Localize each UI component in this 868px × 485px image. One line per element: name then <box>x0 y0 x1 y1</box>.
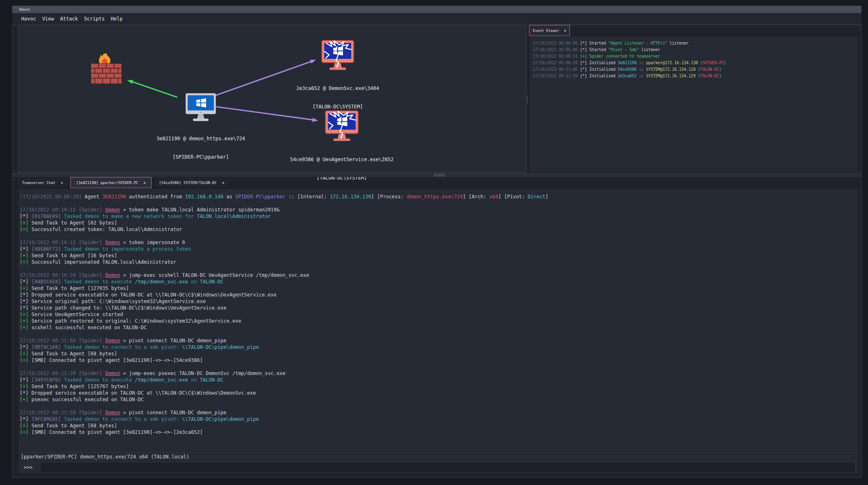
window-titlebar[interactable]: Havoc <box>12 6 861 13</box>
agent-label: 3e821190 @ demon_https.exe\724 [SPIDER-P… <box>157 123 245 173</box>
splitter-handle-dots <box>434 174 445 176</box>
close-icon[interactable]: ✕ <box>222 180 224 185</box>
menu-attack[interactable]: Attack <box>60 16 78 22</box>
event-line: 17/10/2022 00:06:11 [+] 5pider connected… <box>533 53 858 60</box>
console-line: [*] Dropped service executable on TALON-… <box>20 292 858 298</box>
console-tab-bar: Teamserver Chat✕[3e821190] pparker/SPIDE… <box>16 177 230 188</box>
console-line: [+] Service path restored to original: C… <box>20 318 858 324</box>
console-line <box>20 265 858 272</box>
menu-bar: HavocViewAttackScriptsHelp <box>12 13 861 25</box>
console-line <box>20 403 858 409</box>
console-line: 17/10/2022 00:10:15 [5pider] Demon » tok… <box>20 239 858 246</box>
console-line: [+] Service UevAgentService started <box>20 311 858 318</box>
console-line: [+] Send Task to Agent [16 bytes] <box>20 252 858 259</box>
console-line: [+] Send Task to Agent [62 bytes] <box>20 220 858 226</box>
console-line: [+] Successful created token: TALON.loca… <box>20 226 858 233</box>
console-line: 17/10/2022 00:10:12 [5pider] Demon » tok… <box>20 207 858 213</box>
console-line: [+] Send Task to Agent [125767 bytes] <box>20 383 858 390</box>
agent-label-line1: 3e821190 @ demon_https.exe\724 <box>157 136 245 142</box>
tab-label: [3e821190] pparker/SPIDER-PC <box>76 181 138 185</box>
console-line: [+] Send Task to Agent [127035 bytes] <box>20 285 858 292</box>
console-line: [*] [3497C8FB] Tasked demon to execute /… <box>20 377 858 383</box>
menu-help[interactable]: Help <box>111 16 123 22</box>
compromised-computer-icon <box>321 40 355 72</box>
tab-label: [54ce9386] SYSTEM/TALON-DC <box>159 181 217 185</box>
compromised-computer-icon <box>323 110 360 143</box>
tab-teamserver-chat[interactable]: Teamserver Chat✕ <box>16 177 69 188</box>
console-line: [*] [0176BE89] Tasked demon to make a ne… <box>20 213 858 220</box>
command-input-row: >>> <box>18 462 859 474</box>
agent-status-text: [pparker/SPIDER-PC] demon_https.exe/724 … <box>21 454 189 460</box>
console-line: [*] Dropped service executable on TALON-… <box>20 390 858 396</box>
console-line: [+] [SMB] Connected to pivot agent [3e82… <box>20 357 858 364</box>
agent-status-bar: [pparker/SPIDER-PC] demon_https.exe/724 … <box>18 452 859 462</box>
console-line: [*] [04B5C6E8] Tasked demon to execute /… <box>20 278 858 285</box>
vertical-splitter[interactable] <box>526 26 529 173</box>
command-input[interactable] <box>41 463 854 472</box>
console-line <box>20 331 858 337</box>
console-line: [*] [08EB6F72] Tasked demon to impersona… <box>20 246 858 252</box>
event-line: 17/10/2022 00:11:59 [*] Initialized 2e3c… <box>533 73 858 79</box>
prompt-label: >>> <box>24 465 33 470</box>
horizontal-splitter[interactable] <box>13 173 861 177</box>
tab-label: Teamserver Chat <box>22 181 55 185</box>
agent-node-3e821190[interactable]: 3e821190 @ demon_https.exe\724 [SPIDER-P… <box>131 93 270 173</box>
close-icon[interactable]: ✕ <box>61 180 63 185</box>
egress-arrowhead <box>127 80 133 84</box>
console-line: [+] Successful impersonated TALON.local\… <box>20 259 858 265</box>
event-viewer-console[interactable]: 17/10/2022 00:06:06 [*] Started "Agent L… <box>529 36 859 173</box>
console-line: [+] [SMB] Connected to pivot agent [3e82… <box>20 429 858 436</box>
session-graph-panel[interactable]: 3e821190 @ demon_https.exe\724 [SPIDER-P… <box>18 26 527 173</box>
agent-label-line1: 54ce9386 @ UevAgentService.exe\2852 <box>290 157 394 163</box>
agent-console[interactable]: [17/10/2022 00:06:20] Agent 3E821190 aut… <box>18 188 859 452</box>
splitter-handle-dots <box>527 96 528 103</box>
console-line: [+] Send Task to Agent [68 bytes] <box>20 350 858 357</box>
tab-event-viewer[interactable]: Event Viewer ✕ <box>529 25 570 36</box>
console-line <box>20 233 858 239</box>
console-line: 17/10/2022 00:11:59 [5pider] Demon » piv… <box>20 409 858 416</box>
close-icon[interactable]: ✕ <box>564 28 566 33</box>
agent-label-line2: [SPIDER-PC\pparker] <box>157 154 245 160</box>
console-line: 17/10/2022 00:11:29 [5pider] Demon » jum… <box>20 370 858 377</box>
console-line: [17/10/2022 00:06:20] Agent 3E821190 aut… <box>20 193 858 200</box>
havoc-window: Havoc HavocViewAttackScriptsHelp <box>12 6 861 478</box>
console-line: 17/10/2022 00:10:20 [5pider] Demon » jum… <box>20 272 858 278</box>
desktop-background: Havoc HavocViewAttackScriptsHelp <box>0 0 868 485</box>
console-line: [+] psexec successful executed on TALON-… <box>20 396 858 403</box>
console-line: [*] [9FC80EA5] Tasked demon to connect t… <box>20 416 858 422</box>
close-icon[interactable]: ✕ <box>144 180 146 185</box>
menu-view[interactable]: View <box>42 16 54 22</box>
agent-label-line1: 2e3ca652 @ DemonSvc.exe\3404 <box>296 85 379 92</box>
event-line: 17/10/2022 00:06:20 [*] Initialized 3e82… <box>533 60 858 66</box>
agent-label-line2: [TALON-DC\SYSTEM] <box>296 104 379 110</box>
console-line <box>20 200 858 207</box>
agent-node-54ce9386[interactable]: 54ce9386 @ UevAgentService.exe\2852 [TAL… <box>272 110 411 193</box>
computer-icon <box>184 93 217 122</box>
console-line: [*] Service path changed to: \\TALON-DC\… <box>20 305 858 311</box>
event-line: 17/10/2022 00:11:06 [*] Initialized 54ce… <box>533 66 858 73</box>
agent-label: 54ce9386 @ UevAgentService.exe\2852 [TAL… <box>290 144 394 193</box>
event-line: 17/10/2022 00:06:06 [*] Started "Agent L… <box>533 40 858 47</box>
window-title: Havoc <box>19 7 30 11</box>
menu-scripts[interactable]: Scripts <box>84 16 105 22</box>
console-line: [*] [9D74C168] Tasked demon to connect t… <box>20 344 858 350</box>
firewall-node[interactable] <box>90 53 122 86</box>
menu-havoc[interactable]: Havoc <box>21 16 36 22</box>
event-line: 17/10/2022 00:06:06 [*] Started "Pivot -… <box>533 47 858 53</box>
firewall-icon <box>90 53 122 85</box>
console-line: [+] scshell successful executed on TALON… <box>20 324 858 331</box>
console-line <box>20 364 858 370</box>
tab-54ce9386-system-talon-dc[interactable]: [54ce9386] SYSTEM/TALON-DC✕ <box>153 177 230 188</box>
console-line: [+] Send Task to Agent [68 bytes] <box>20 422 858 429</box>
console-line: 17/10/2022 00:11:04 [5pider] Demon » piv… <box>20 337 858 344</box>
main-content: 3e821190 @ demon_https.exe\724 [SPIDER-P… <box>12 25 861 478</box>
console-line: [*] Service original path: C:\Windows\sy… <box>20 298 858 305</box>
tab-3e821190-pparker-spider-pc[interactable]: [3e821190] pparker/SPIDER-PC✕ <box>70 177 152 188</box>
tab-label: Event Viewer <box>533 29 559 33</box>
agent-node-2e3ca652[interactable]: 2e3ca652 @ DemonSvc.exe\3404 [TALON-DC\S… <box>268 40 407 122</box>
